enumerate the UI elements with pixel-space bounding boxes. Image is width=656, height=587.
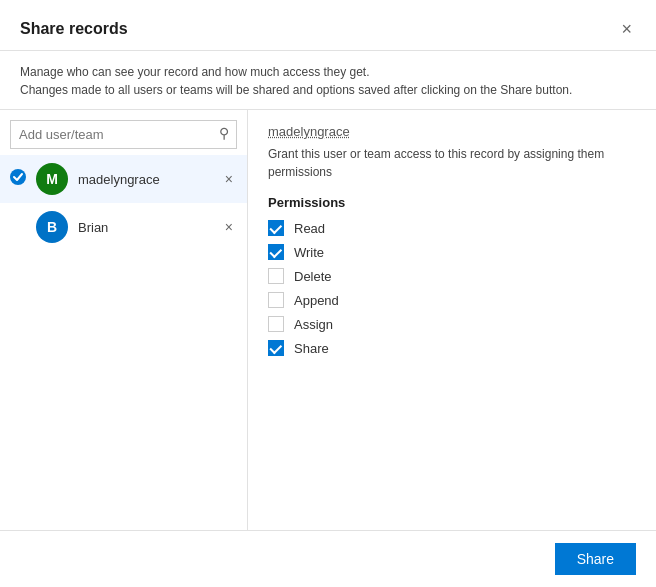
search-input[interactable] <box>10 120 237 149</box>
permission-read: Read <box>268 220 636 236</box>
write-label: Write <box>294 245 324 260</box>
svg-point-0 <box>10 169 26 185</box>
append-checkbox[interactable] <box>268 292 284 308</box>
permissions-list: Read Write Delete Append Assign <box>268 220 636 356</box>
permission-write: Write <box>268 244 636 260</box>
user-item[interactable]: B Brian × <box>0 203 247 251</box>
write-checkbox[interactable] <box>268 244 284 260</box>
permission-delete: Delete <box>268 268 636 284</box>
permission-append: Append <box>268 292 636 308</box>
permission-assign: Assign <box>268 316 636 332</box>
user-item[interactable]: M madelyngrace × <box>0 155 247 203</box>
right-panel: madelyngrace Grant this user or team acc… <box>248 110 656 530</box>
delete-checkbox[interactable] <box>268 268 284 284</box>
permissions-title: Permissions <box>268 195 636 210</box>
dialog-header: Share records × <box>0 0 656 51</box>
read-label: Read <box>294 221 325 236</box>
selected-check <box>10 169 30 189</box>
assign-label: Assign <box>294 317 333 332</box>
share-records-dialog: Share records × Manage who can see your … <box>0 0 656 587</box>
user-list: M madelyngrace × B Brian × <box>0 155 247 530</box>
desc-line2: Changes made to all users or teams will … <box>20 81 636 99</box>
selected-user-name: madelyngrace <box>268 124 636 139</box>
remove-user-button[interactable]: × <box>221 170 237 188</box>
desc-line1: Manage who can see your record and how m… <box>20 63 636 81</box>
dialog-body: ⚲ M madelyngrace × <box>0 110 656 530</box>
read-checkbox[interactable] <box>268 220 284 236</box>
share-button[interactable]: Share <box>555 543 636 575</box>
delete-label: Delete <box>294 269 332 284</box>
permission-share: Share <box>268 340 636 356</box>
dialog-description: Manage who can see your record and how m… <box>0 51 656 110</box>
dialog-footer: Share <box>0 530 656 587</box>
share-label: Share <box>294 341 329 356</box>
avatar: M <box>36 163 68 195</box>
share-checkbox[interactable] <box>268 340 284 356</box>
append-label: Append <box>294 293 339 308</box>
close-button[interactable]: × <box>617 18 636 40</box>
search-container: ⚲ <box>0 110 247 155</box>
user-name: Brian <box>78 220 221 235</box>
left-panel: ⚲ M madelyngrace × <box>0 110 248 530</box>
avatar: B <box>36 211 68 243</box>
remove-user-button[interactable]: × <box>221 218 237 236</box>
user-name: madelyngrace <box>78 172 221 187</box>
grant-description: Grant this user or team access to this r… <box>268 145 636 181</box>
dialog-title: Share records <box>20 20 128 38</box>
assign-checkbox[interactable] <box>268 316 284 332</box>
